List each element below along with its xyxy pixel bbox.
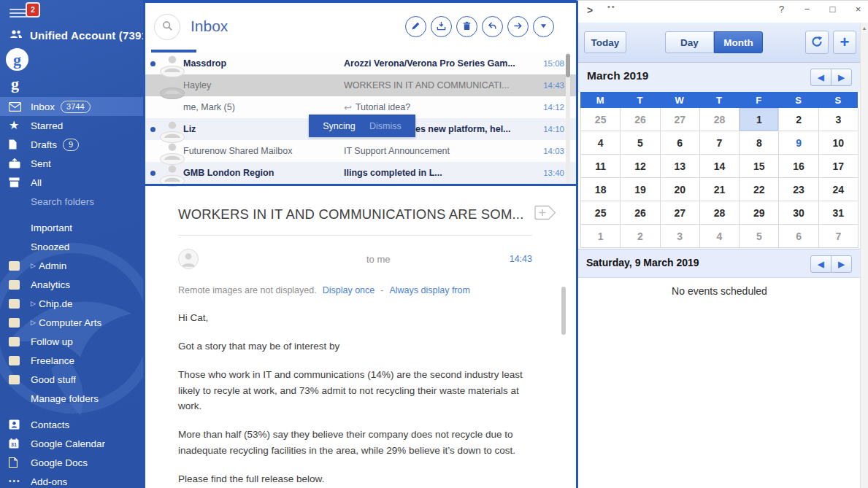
always-display-link[interactable]: Always display from	[389, 285, 469, 295]
reading-scrollbar-thumb[interactable]	[561, 287, 566, 335]
calendar-day-cell[interactable]: 24	[819, 178, 859, 201]
calendar-day-cell[interactable]: 26	[621, 108, 660, 131]
calendar-day-cell[interactable]: 5	[621, 131, 660, 155]
calendar-day-cell[interactable]: 28	[700, 201, 740, 225]
email-row-hayley[interactable]: HayleyWORKERS IN IT AND COMMUNICATI...14…	[145, 74, 576, 96]
calendar-day-cell[interactable]: 6	[661, 131, 700, 155]
sidebar-item-google-calendar[interactable]: 31Google Calendar	[0, 434, 143, 453]
calendar-day-cell[interactable]: 14	[700, 155, 740, 178]
calendar-day-cell[interactable]: 16	[779, 155, 818, 178]
email-row-futurenow-shared-mailbox[interactable]: Futurenow Shared MailboxIT Support Annou…	[145, 140, 576, 162]
sidebar-item-all[interactable]: All	[0, 173, 143, 192]
calendar-day-cell[interactable]: 27	[661, 201, 700, 225]
sidebar-item-add-ons[interactable]: •••Add-ons	[0, 472, 143, 488]
sidebar-item-good-stuff[interactable]: Good stuff	[0, 370, 143, 389]
calendar-day-cell[interactable]: 2	[779, 108, 818, 131]
calendar-day-cell[interactable]: 17	[819, 155, 859, 178]
calendar-day-cell[interactable]: 23	[779, 178, 818, 201]
panel-scrollbar-track[interactable]: ▲	[860, 23, 868, 488]
maximize-button[interactable]: □	[827, 4, 838, 15]
sidebar-item-google-docs[interactable]: Google Docs	[0, 453, 143, 472]
account-selector[interactable]: Unified Account (7391)	[9, 29, 143, 42]
archive-button[interactable]	[431, 16, 452, 37]
calendar-day-cell[interactable]: 2	[621, 225, 660, 248]
drag-dots-icon[interactable]: ••	[607, 2, 616, 11]
calendar-day-cell[interactable]: 4	[581, 131, 621, 155]
menu-button[interactable]: 2	[9, 7, 34, 23]
minimize-button[interactable]: −	[802, 4, 813, 15]
reply-button[interactable]	[482, 16, 503, 37]
calendar-day-cell[interactable]: 5	[740, 225, 779, 248]
calendar-day-cell[interactable]: 7	[819, 225, 859, 248]
month-view-button[interactable]: Month	[714, 31, 763, 53]
expand-arrow-icon[interactable]: ▷	[31, 319, 36, 326]
list-scrollbar-thumb[interactable]	[566, 54, 570, 77]
next-day-button[interactable]: ▶	[831, 255, 852, 273]
calendar-day-cell[interactable]: 4	[700, 225, 740, 248]
delete-button[interactable]	[456, 16, 477, 37]
calendar-day-cell[interactable]: 3	[819, 108, 859, 131]
next-month-button[interactable]: ▶	[831, 69, 852, 86]
calendar-day-cell[interactable]: 22	[740, 178, 779, 201]
email-row-gmb-london-region[interactable]: GMB London Regionllings completed in L..…	[145, 162, 576, 184]
sidebar-item-starred[interactable]: ★Starred	[0, 116, 143, 135]
sidebar-item-admin[interactable]: ▷Admin	[0, 256, 143, 275]
google-account-avatar[interactable]: g	[6, 48, 28, 71]
calendar-day-cell[interactable]: 1	[740, 108, 779, 131]
sidebar-item-drafts[interactable]: Drafts9	[0, 135, 143, 154]
calendar-day-cell[interactable]: 6	[779, 225, 818, 248]
sidebar-item-chip-de[interactable]: ▷Chip.de	[0, 294, 143, 313]
calendar-day-cell[interactable]: 21	[700, 178, 740, 201]
today-button[interactable]: Today	[584, 31, 626, 53]
refresh-button[interactable]	[805, 31, 829, 54]
calendar-day-cell[interactable]: 3	[661, 225, 700, 248]
prev-day-button[interactable]: ◀	[810, 255, 831, 273]
calendar-day-cell[interactable]: 12	[621, 155, 660, 178]
calendar-day-cell[interactable]: 8	[740, 131, 779, 155]
sidebar-item-important[interactable]: Important	[0, 218, 143, 237]
calendar-day-cell[interactable]: 30	[779, 201, 818, 225]
forward-button[interactable]	[507, 16, 529, 37]
add-event-button[interactable]: +	[833, 31, 856, 54]
sidebar-item-snoozed[interactable]: Snoozed	[0, 237, 143, 256]
dismiss-button[interactable]: Dismiss	[369, 121, 402, 131]
calendar-day-cell[interactable]: 7	[700, 131, 740, 155]
calendar-day-cell[interactable]: 19	[621, 178, 660, 201]
calendar-day-cell[interactable]: 10	[819, 131, 859, 155]
help-button[interactable]: ?	[776, 4, 787, 15]
google-account-secondary[interactable]: g	[11, 74, 19, 93]
more-button[interactable]	[533, 16, 554, 37]
prev-month-button[interactable]: ◀	[810, 69, 831, 86]
calendar-day-cell[interactable]: 26	[621, 201, 660, 225]
calendar-day-cell[interactable]: 15	[740, 155, 779, 178]
search-button[interactable]	[154, 14, 180, 40]
calendar-day-cell[interactable]: 28	[700, 108, 740, 131]
calendar-day-cell[interactable]: 11	[581, 155, 621, 178]
sidebar-item-freelance[interactable]: Freelance	[0, 351, 143, 370]
sidebar-item-inbox[interactable]: Inbox3744	[0, 97, 143, 116]
day-view-button[interactable]: Day	[665, 31, 714, 53]
sidebar-item-sent[interactable]: Sent	[0, 154, 143, 173]
calendar-day-cell[interactable]: 20	[661, 178, 700, 201]
scroll-up-arrow-icon[interactable]: ▲	[861, 26, 867, 31]
sidebar-item-computer-arts[interactable]: ▷Computer Arts	[0, 313, 143, 332]
email-row-massdrop[interactable]: MassdropArozzi Verona/Verona Pro Series …	[145, 53, 576, 74]
calendar-day-cell[interactable]: 1	[581, 225, 621, 248]
sidebar-item-search-folders[interactable]: Search folders	[0, 192, 143, 211]
compose-button[interactable]	[405, 16, 426, 37]
expand-arrow-icon[interactable]: ▷	[31, 262, 36, 269]
calendar-day-cell[interactable]: 25	[581, 201, 621, 225]
calendar-day-cell[interactable]: 31	[819, 201, 859, 225]
sidebar-item-manage-folders[interactable]: Manage folders	[0, 389, 143, 408]
add-tag-icon[interactable]	[534, 205, 557, 223]
calendar-day-cell[interactable]: 27	[661, 108, 700, 131]
calendar-day-cell[interactable]: 9	[779, 131, 818, 155]
close-button[interactable]: ×	[853, 4, 864, 15]
calendar-day-cell[interactable]: 25	[581, 108, 621, 131]
sidebar-item-analytics[interactable]: Analytics	[0, 275, 143, 294]
calendar-day-cell[interactable]: 18	[581, 178, 621, 201]
calendar-day-cell[interactable]: 29	[740, 201, 779, 225]
collapse-chevron-icon[interactable]: >	[587, 4, 593, 16]
display-once-link[interactable]: Display once	[323, 285, 375, 295]
expand-arrow-icon[interactable]: ▷	[31, 300, 36, 307]
